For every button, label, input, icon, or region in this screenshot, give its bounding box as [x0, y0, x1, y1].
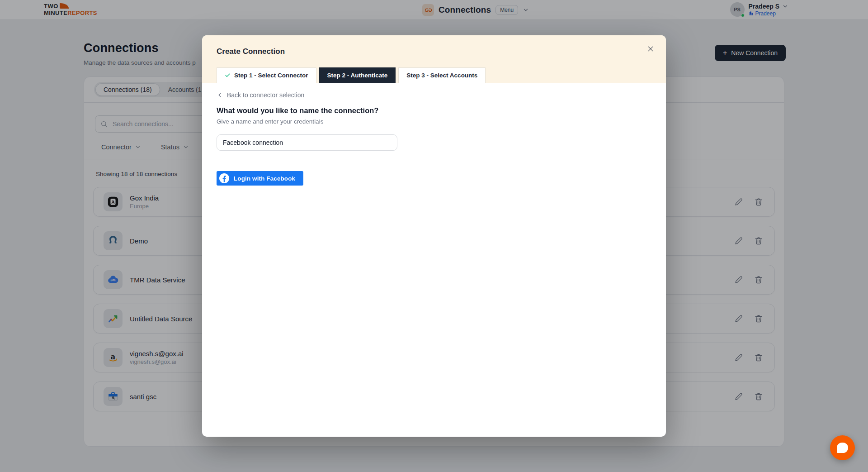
close-button[interactable] [647, 45, 654, 52]
connection-name-hint: Give a name and enter your credentials [217, 118, 651, 125]
create-connection-modal: Create Connection Step 1 - Select Connec… [202, 35, 666, 437]
facebook-button-label: Login with Facebook [234, 175, 295, 182]
modal-title: Create Connection [217, 47, 653, 56]
check-icon [225, 72, 231, 78]
back-to-connector-selection-link[interactable]: Back to connector selection [217, 91, 304, 99]
step-tab-1[interactable]: Step 1 - Select Connector [217, 67, 316, 83]
facebook-icon [219, 173, 229, 183]
close-icon [647, 45, 654, 52]
modal-header: Create Connection Step 1 - Select Connec… [202, 35, 666, 83]
connection-name-input[interactable] [217, 134, 397, 151]
modal-body: Back to connector selection What would y… [202, 83, 666, 194]
step-tab-2[interactable]: Step 2 - Authenticate [319, 67, 396, 83]
login-with-facebook-button[interactable]: Login with Facebook [217, 171, 303, 186]
chevron-left-icon [217, 92, 223, 98]
step-tabs: Step 1 - Select ConnectorStep 2 - Authen… [217, 67, 653, 83]
chat-bubble-icon [837, 443, 848, 453]
step-tab-3[interactable]: Step 3 - Select Accounts [398, 67, 486, 83]
chat-widget-button[interactable] [830, 435, 855, 460]
connection-name-question: What would you like to name the connecti… [217, 106, 651, 115]
